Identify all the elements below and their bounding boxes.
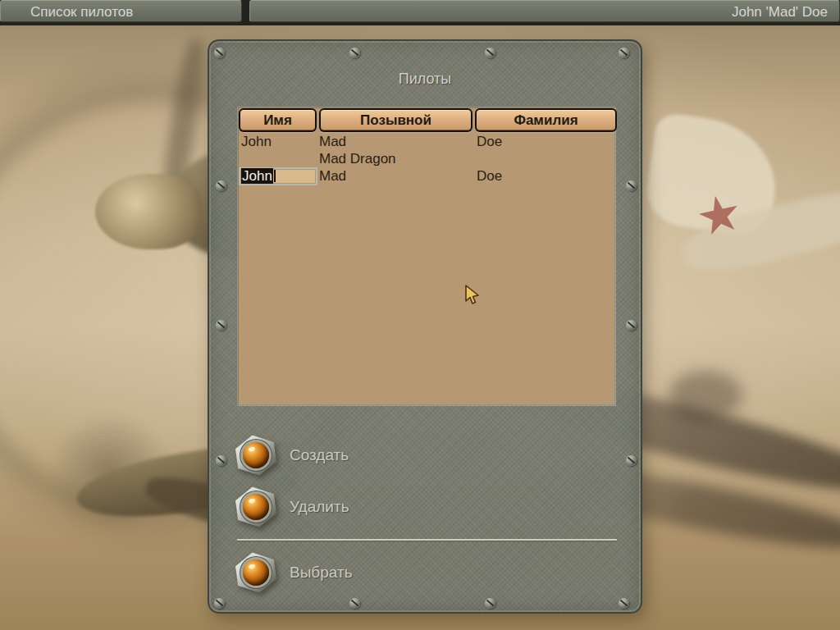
screw-icon	[214, 48, 225, 58]
create-button-label: Создать	[290, 446, 349, 464]
screen: 27 Список пилотов John 'Mad' Doe	[0, 0, 840, 630]
screw-icon	[485, 48, 495, 58]
cell-callsign: Mad	[319, 133, 346, 150]
screw-icon	[619, 48, 629, 58]
create-button[interactable]: Создать	[234, 435, 349, 476]
tab-pilot-list[interactable]: Список пилотов	[0, 0, 242, 22]
cell-name: John	[241, 133, 272, 150]
screw-icon	[216, 180, 226, 191]
selected-text: John	[241, 168, 273, 184]
table-row-editing[interactable]: John Mad Doe	[239, 167, 614, 185]
top-bar: Список пилотов John 'Mad' Doe	[0, 0, 840, 25]
delete-button-label: Удалить	[290, 498, 349, 516]
screw-icon	[619, 598, 629, 609]
table-row[interactable]: John Mad Doe	[239, 133, 614, 150]
screw-icon	[626, 455, 637, 466]
tab-pilot-list-label: Список пилотов	[30, 4, 133, 20]
select-button[interactable]: Выбрать	[234, 552, 353, 593]
column-header-callsign-label: Позывной	[321, 110, 471, 130]
table-body: John Mad Doe Mad Dragon John Mad Doe	[239, 133, 614, 404]
screw-icon	[485, 598, 495, 609]
amber-dome	[243, 442, 269, 468]
screw-icon	[626, 180, 637, 191]
column-header-name[interactable]: Имя	[239, 108, 317, 132]
amber-dome	[243, 559, 269, 586]
hex-bolt-amber-dome-icon	[234, 486, 278, 527]
screw-icon	[216, 320, 226, 331]
screw-icon	[216, 455, 226, 466]
screw-icon	[214, 598, 225, 609]
name-edit-input[interactable]: John	[239, 167, 317, 185]
delete-button[interactable]: Удалить	[234, 486, 349, 527]
screw-icon	[626, 320, 637, 331]
current-pilot-name: John 'Mad' Doe	[732, 4, 828, 20]
current-pilot-tab: John 'Mad' Doe	[249, 0, 840, 22]
select-button-label: Выбрать	[290, 564, 353, 582]
table-row[interactable]: Mad Dragon	[239, 150, 614, 167]
separator-line	[237, 539, 617, 541]
cell-callsign: Mad	[319, 167, 346, 185]
column-header-surname-label: Фамилия	[477, 110, 615, 130]
column-header-name-label: Имя	[240, 110, 315, 130]
pilot-table: Имя Позывной Фамилия John Mad Doe Mad Dr…	[237, 107, 615, 405]
column-header-callsign[interactable]: Позывной	[319, 108, 472, 132]
amber-dome	[243, 494, 269, 520]
pilots-dialog: Пилоты Имя Позывной Фамилия John Mad Doe	[208, 39, 642, 614]
hex-bolt-amber-dome-icon	[234, 435, 278, 476]
hex-bolt-amber-dome-icon	[234, 552, 278, 593]
cell-surname: Doe	[477, 133, 502, 150]
table-header-row: Имя Позывной Фамилия	[239, 108, 617, 132]
screw-icon	[349, 598, 360, 609]
cell-surname: Doe	[477, 167, 502, 185]
cell-callsign: Mad Dragon	[319, 150, 396, 167]
column-header-surname[interactable]: Фамилия	[475, 108, 617, 132]
text-caret	[274, 170, 276, 182]
dialog-title: Пилоты	[209, 71, 641, 88]
screw-icon	[349, 48, 360, 58]
